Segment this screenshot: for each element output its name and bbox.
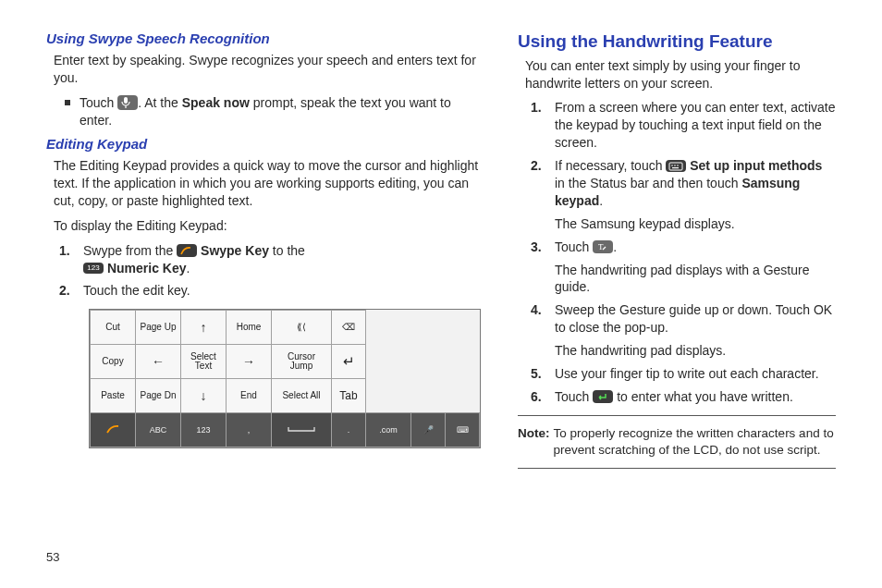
step-number: 2. [59,282,76,300]
svg-rect-0 [124,97,128,104]
note: Note: To properly recognize the written … [518,425,836,459]
step-row: 4. Sweep the Gesture guide up or down. T… [518,301,836,360]
text: Touch [555,389,593,404]
key-arrow-right: → [227,345,272,379]
step-row: 1. From a screen where you can enter tex… [518,99,836,152]
svg-rect-6 [672,167,679,168]
heading-handwriting: Using the Handwriting Feature [518,30,836,54]
step-row: 3. Touch T. The handwriting pad displays… [518,239,836,297]
key-enter: ↵ [332,345,366,379]
bold-text: Speak now [182,95,250,110]
key-page-up: Page Up [136,311,181,345]
step-subtext: The Samsung keypad displays. [555,215,836,233]
text: to enter what you have written. [613,389,793,404]
step-text: Touch the edit key. [83,282,481,300]
step-number: 1. [59,242,76,260]
text: in the Status bar and then touch [555,176,741,190]
text: Touch [555,239,593,254]
key-backspace: ⌫ [332,311,366,345]
step-number: 3. [531,239,547,256]
step-number: 4. [531,301,547,319]
note-body: To properly recognize the written charac… [554,425,837,459]
key-cursor-jump: Cursor Jump [272,345,332,379]
step-text: Sweep the Gesture guide up or down. Touc… [555,302,832,335]
bullet-item: Touch . At the Speak now prompt, speak t… [46,94,481,129]
right-column: Using the Handwriting Feature You can en… [518,30,836,476]
divider [518,468,836,469]
key-fast-back: ⟪⟨ [272,311,332,345]
text: Swype from the [83,243,177,258]
paragraph: Enter text by speaking. Swype recognizes… [46,52,481,87]
key-arrow-up: ↑ [181,311,227,345]
bold-text: Swype Key [201,243,269,258]
key-swype [91,413,136,447]
step-row: 2. If necessary, touch Set up input meth… [518,157,836,233]
step-text: Use your finger tip to write out each ch… [555,365,836,383]
divider [518,415,836,416]
svg-point-3 [672,165,674,166]
swype-icon [177,244,197,257]
key-comma: , [227,413,272,447]
editing-keypad-figure: Cut Page Up ↑ Home ⟪⟨ ⌫ Copy ← Select Te… [89,309,481,453]
key-end: End [227,379,272,413]
key-select-text: Select Text [181,345,227,379]
step-number: 1. [531,99,547,116]
step-row: 1. Swype from the Swype Key to the 123 N… [46,242,481,277]
page-number: 53 [46,550,59,564]
key-cut: Cut [91,311,136,345]
text: Touch [80,95,117,110]
note-label: Note: [518,425,550,459]
text: If necessary, touch [555,158,666,173]
svg-point-4 [675,165,677,166]
key-space [272,413,332,447]
bullet-marker [65,100,70,105]
text: . [599,193,603,208]
key-dotcom: .com [366,413,411,447]
key-select-all: Select All [272,379,332,413]
text: . At the [138,95,181,110]
step-subtext: The handwriting pad displays. [555,342,836,360]
key-tab: Tab [332,379,366,413]
step-row: 2. Touch the edit key. [46,282,481,300]
text: . [613,239,617,254]
key-mic: 🎤 [411,413,446,447]
bold-text: Set up input methods [690,158,822,173]
numeric-123-icon: 123 [83,263,104,274]
key-copy: Copy [91,345,136,379]
svg-text:T: T [598,242,604,251]
text: to the [269,243,305,258]
key-arrow-left: ← [136,345,181,379]
key-arrow-down: ↓ [181,379,227,413]
heading-editing-keypad: Editing Keypad [46,135,481,153]
key-home: Home [227,311,272,345]
text: . [186,261,190,276]
handwriting-t-icon: T [593,240,613,253]
step-number: 6. [531,388,547,406]
key-abc: ABC [136,413,181,447]
key-keyboard: ⌨ [446,413,480,447]
key-123: 123 [181,413,227,447]
heading-swype-speech: Using Swype Speech Recognition [46,30,481,48]
step-subtext: The handwriting pad displays with a Gest… [555,262,836,297]
paragraph: You can enter text simply by using your … [518,57,836,92]
paragraph: The Editing Keypad provides a quick way … [46,157,481,210]
enter-key-icon [593,390,613,403]
step-row: 6. Touch to enter what you have written. [518,388,836,406]
step-row: 5. Use your finger tip to write out each… [518,365,836,383]
step-text: From a screen where you can enter text, … [555,99,836,152]
left-column: Using Swype Speech Recognition Enter tex… [46,30,481,476]
keyboard-settings-icon [666,160,686,172]
bold-text: Numeric Key [107,261,187,276]
key-paste: Paste [91,379,136,413]
key-period: . [332,413,366,447]
paragraph: To display the Editing Keypad: [46,217,481,235]
step-number: 2. [531,157,547,175]
key-page-dn: Page Dn [136,379,181,413]
svg-point-5 [678,165,680,166]
mic-icon [117,95,138,110]
svg-rect-2 [669,163,682,170]
step-number: 5. [531,365,547,383]
